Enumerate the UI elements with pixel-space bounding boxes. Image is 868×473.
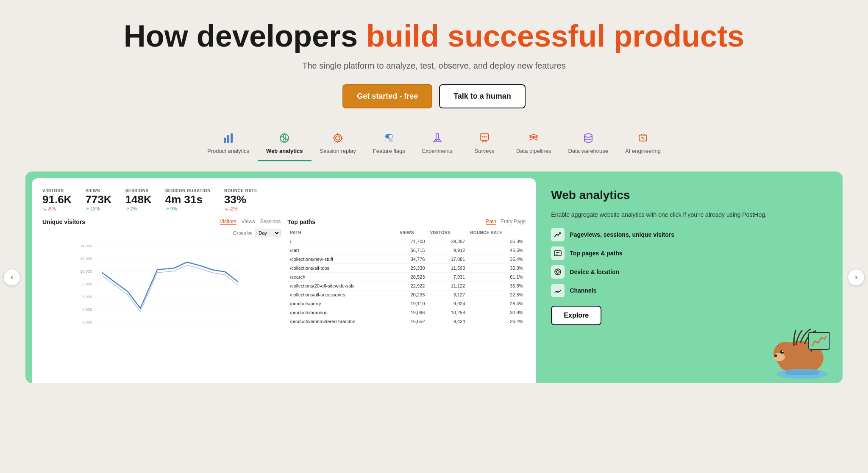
svg-point-40 xyxy=(556,271,559,273)
svg-text:2,000: 2,000 xyxy=(83,320,92,324)
table-row: /71,70039,35735.3% xyxy=(287,237,526,246)
stat-bounce-rate-change: ↘ -2% xyxy=(224,206,257,212)
svg-point-15 xyxy=(484,136,485,137)
chart-tab-sessions[interactable]: Sessions xyxy=(260,219,281,225)
feature-flags-icon xyxy=(384,133,395,145)
explore-button[interactable]: Explore xyxy=(551,306,601,325)
col-bounce-rate: BOUNCE RATE xyxy=(467,229,526,237)
svg-point-9 xyxy=(386,139,389,142)
nav-tabs: Product analytics Web analytics Session … xyxy=(0,122,868,161)
table-row: /collections/20-off-sitewide-sale22,9221… xyxy=(287,281,526,290)
tab-experiments[interactable]: Experiments xyxy=(414,129,461,161)
svg-text:8,000: 8,000 xyxy=(83,282,92,286)
feature-item-channels: Channels xyxy=(551,284,827,297)
table-row: /products/embroidered-brandon16,6529,424… xyxy=(287,317,526,326)
svg-text:4,000: 4,000 xyxy=(83,307,92,312)
chart-tab-visitors[interactable]: Visitors xyxy=(220,219,236,225)
feature-info-panel: Web analytics Enable aggregate website a… xyxy=(536,171,843,383)
feature-channels-label: Channels xyxy=(570,287,596,294)
col-visitors: VISITORS xyxy=(427,229,467,237)
svg-text:10,000: 10,000 xyxy=(81,269,92,274)
hero-title: How developers build successful products xyxy=(10,20,858,53)
col-views: VIEWS xyxy=(397,229,427,237)
group-by-label: Group by xyxy=(233,230,252,235)
paths-table: PATH VIEWS VISITORS BOUNCE RATE /71,7003… xyxy=(287,229,526,326)
tab-data-warehouse[interactable]: Data warehouse xyxy=(559,129,617,161)
stat-bounce-rate-value: 33% xyxy=(224,193,257,206)
stat-session-duration-change: ↗ 9% xyxy=(165,206,211,212)
group-by-select[interactable]: Day Week Month xyxy=(255,229,281,237)
group-by-row: Group by Day Week Month xyxy=(42,229,281,237)
stat-visitors-label: VISITORS xyxy=(42,188,72,193)
svg-point-7 xyxy=(389,135,392,138)
stat-bounce-rate: BOUNCE RATE 33% ↘ -2% xyxy=(224,188,257,212)
feature-title: Web analytics xyxy=(551,188,827,202)
stat-views: VIEWS 773K ↗ 13% xyxy=(85,188,111,212)
svg-point-4 xyxy=(334,134,342,142)
stat-sessions: SESSIONS 148K ↗ 2% xyxy=(125,188,152,212)
carousel-next-button[interactable]: › xyxy=(848,269,865,286)
table-tabs: Path Entry Page xyxy=(486,219,526,225)
svg-text:12,000: 12,000 xyxy=(81,257,92,261)
svg-text:6,000: 6,000 xyxy=(83,295,92,299)
feature-card: VISITORS 91.6K ↘ -5% VIEWS 773K ↗ 13% SE… xyxy=(25,171,843,383)
table-row: /search28,5237,93161.1% xyxy=(287,272,526,281)
tab-surveys[interactable]: Surveys xyxy=(461,129,508,161)
hero-title-accent: build successful products xyxy=(366,19,744,53)
chart-title-row: Unique visitors Visitors Views Sessions xyxy=(42,219,281,225)
table-row: /collections/new-stuff34,77617,88135.4% xyxy=(287,254,526,263)
svg-point-14 xyxy=(482,136,483,137)
carousel-prev-button[interactable]: ‹ xyxy=(3,269,20,286)
tab-data-warehouse-label: Data warehouse xyxy=(568,148,608,154)
tab-data-pipelines[interactable]: Data pipelines xyxy=(508,129,559,161)
chart-tabs: Visitors Views Sessions xyxy=(220,219,281,225)
svg-point-12 xyxy=(438,141,439,141)
stat-sessions-label: SESSIONS xyxy=(125,188,152,193)
feature-item-device-location: Device & location xyxy=(551,265,827,279)
feature-description: Enable aggregate website analytics with … xyxy=(551,210,827,219)
line-chart: 14,000 12,000 10,000 8,000 6,000 4,000 2… xyxy=(42,240,281,333)
tab-web-analytics[interactable]: Web analytics xyxy=(258,129,311,161)
svg-rect-36 xyxy=(554,251,561,256)
stat-bounce-rate-label: BOUNCE RATE xyxy=(224,188,257,193)
svg-rect-0 xyxy=(224,138,226,143)
tab-ai-engineering[interactable]: AI engineering xyxy=(617,129,669,161)
stat-visitors-change: ↘ -5% xyxy=(42,206,72,212)
svg-point-5 xyxy=(336,136,340,140)
table-tab-entry-page[interactable]: Entry Page xyxy=(501,219,526,225)
hero-section: How developers build successful products… xyxy=(0,0,868,122)
surveys-icon xyxy=(479,133,490,145)
chart-tab-views[interactable]: Views xyxy=(242,219,255,225)
feature-device-location-label: Device & location xyxy=(570,268,619,275)
talk-to-human-button[interactable]: Talk to a human xyxy=(439,84,526,108)
data-pipelines-icon xyxy=(528,133,539,145)
svg-point-16 xyxy=(485,136,487,137)
stat-session-duration-label: SESSION DURATION xyxy=(165,188,211,193)
tab-feature-flags[interactable]: Feature flags xyxy=(364,129,414,161)
svg-point-51 xyxy=(774,354,777,357)
ai-engineering-icon xyxy=(637,133,648,145)
hero-subtitle: The single platform to analyze, test, ob… xyxy=(10,61,858,71)
pageviews-icon xyxy=(551,228,565,241)
tab-experiments-label: Experiments xyxy=(422,148,453,154)
stat-views-label: VIEWS xyxy=(85,188,111,193)
table-tab-path[interactable]: Path xyxy=(486,219,496,225)
session-replay-icon xyxy=(332,133,343,145)
feature-pageviews-label: Pageviews, sessions, unique visitors xyxy=(570,231,674,238)
feature-top-pages-label: Top pages & paths xyxy=(570,250,622,257)
tab-session-replay[interactable]: Session replay xyxy=(312,129,364,161)
get-started-button[interactable]: Get started - free xyxy=(342,84,432,108)
tab-product-analytics[interactable]: Product analytics xyxy=(199,129,258,161)
stat-sessions-change: ↗ 2% xyxy=(125,206,152,212)
chart-section: Unique visitors Visitors Views Sessions … xyxy=(42,219,526,335)
feature-list: Pageviews, sessions, unique visitors Top… xyxy=(551,228,827,297)
stat-sessions-value: 148K xyxy=(125,193,152,206)
svg-rect-54 xyxy=(785,371,819,375)
dashboard-preview: VISITORS 91.6K ↘ -5% VIEWS 773K ↗ 13% SE… xyxy=(32,178,536,383)
experiments-icon xyxy=(432,133,443,145)
tab-ai-engineering-label: AI engineering xyxy=(625,148,661,154)
main-content: ‹ VISITORS 91.6K ↘ -5% VIEWS 773K ↗ 13% … xyxy=(0,161,868,393)
table-title-row: Top paths Path Entry Page xyxy=(287,219,526,225)
svg-rect-1 xyxy=(227,135,229,143)
col-path: PATH xyxy=(287,229,397,237)
